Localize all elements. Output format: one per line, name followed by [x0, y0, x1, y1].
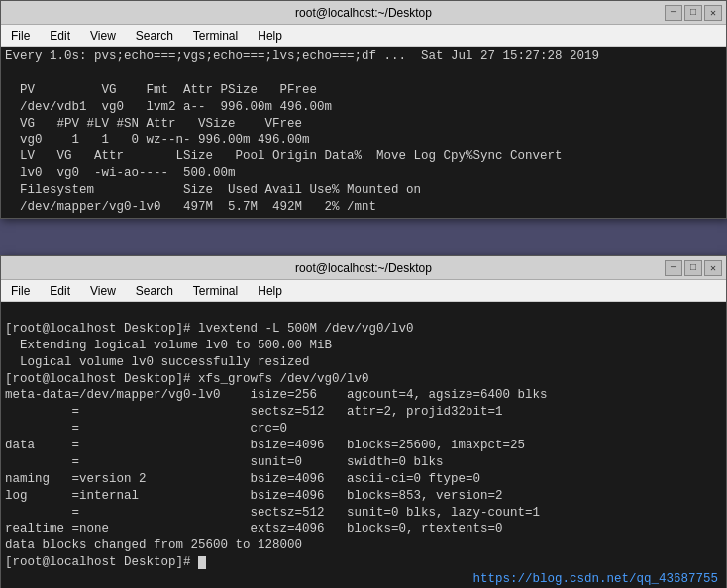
maximize-btn-bottom[interactable]: □ — [684, 260, 702, 276]
terminal-line-15: [root@localhost Desktop]# — [5, 555, 206, 569]
menu-help-top[interactable]: Help — [252, 27, 288, 45]
terminal-line-3: Logical volume lv0 successfully resized — [5, 355, 310, 369]
terminal-line-5: meta-data=/dev/mapper/vg0-lv0 isize=256 … — [5, 388, 548, 402]
menu-file-bottom[interactable]: File — [5, 282, 36, 300]
terminal-line-1: [root@localhost Desktop]# lvextend -L 50… — [5, 322, 414, 336]
terminal-line-8: data = bsize=4096 blocks=25600, imaxpct=… — [5, 439, 525, 452]
menu-edit-bottom[interactable]: Edit — [44, 282, 76, 300]
menu-bar-top: File Edit View Search Terminal Help — [1, 25, 726, 47]
terminal-line-14: data blocks changed from 25600 to 128000 — [5, 539, 302, 552]
terminal-line-11: log =internal bsize=4096 blocks=853, ver… — [5, 489, 503, 503]
minimize-btn-bottom[interactable]: ─ — [665, 260, 682, 276]
terminal-line-2: Extending logical volume lv0 to 500.00 M… — [5, 339, 332, 352]
terminal-output-top: Every 1.0s: pvs;echo===;vgs;echo===;lvs;… — [1, 47, 726, 218]
menu-help-bottom[interactable]: Help — [252, 282, 288, 300]
title-bar-bottom: root@localhost:~/Desktop ─ □ ✕ — [1, 256, 726, 280]
terminal-line-6: = sectsz=512 attr=2, projid32bit=1 — [5, 405, 503, 419]
title-top: root@localhost:~/Desktop — [295, 6, 432, 20]
cursor — [198, 556, 206, 569]
terminal-line-13: realtime =none extsz=4096 blocks=0, rtex… — [5, 522, 503, 536]
watermark-link: https://blog.csdn.net/qq_43687755 — [472, 571, 718, 588]
terminal-window-bottom: root@localhost:~/Desktop ─ □ ✕ File Edit… — [0, 255, 727, 588]
minimize-btn-top[interactable]: ─ — [665, 5, 682, 21]
terminal-line-9: = sunit=0 swidth=0 blks — [5, 455, 444, 469]
menu-bar-bottom: File Edit View Search Terminal Help — [1, 280, 726, 302]
menu-view-bottom[interactable]: View — [84, 282, 122, 300]
terminal-line-4: [root@localhost Desktop]# xfs_growfs /de… — [5, 372, 369, 386]
menu-terminal-top[interactable]: Terminal — [187, 27, 244, 45]
terminal-line-10: naming =version 2 bsize=4096 ascii-ci=0 … — [5, 472, 480, 486]
title-buttons-top: ─ □ ✕ — [665, 5, 722, 21]
title-bar-top: root@localhost:~/Desktop ─ □ ✕ — [1, 1, 726, 25]
title-bottom: root@localhost:~/Desktop — [295, 261, 432, 275]
terminal-line-12: = sectsz=512 sunit=0 blks, lazy-count=1 — [5, 506, 540, 520]
menu-search-bottom[interactable]: Search — [130, 282, 179, 300]
close-btn-top[interactable]: ✕ — [704, 5, 722, 21]
menu-terminal-bottom[interactable]: Terminal — [187, 282, 244, 300]
terminal-output-bottom: [root@localhost Desktop]# lvextend -L 50… — [1, 302, 726, 588]
menu-view-top[interactable]: View — [84, 27, 122, 45]
maximize-btn-top[interactable]: □ — [684, 5, 702, 21]
menu-edit-top[interactable]: Edit — [44, 27, 76, 45]
menu-search-top[interactable]: Search — [130, 27, 179, 45]
terminal-line-7: = crc=0 — [5, 422, 287, 436]
close-btn-bottom[interactable]: ✕ — [704, 260, 722, 276]
title-buttons-bottom: ─ □ ✕ — [665, 260, 722, 276]
menu-file-top[interactable]: File — [5, 27, 36, 45]
terminal-window-top: root@localhost:~/Desktop ─ □ ✕ File Edit… — [0, 0, 727, 219]
